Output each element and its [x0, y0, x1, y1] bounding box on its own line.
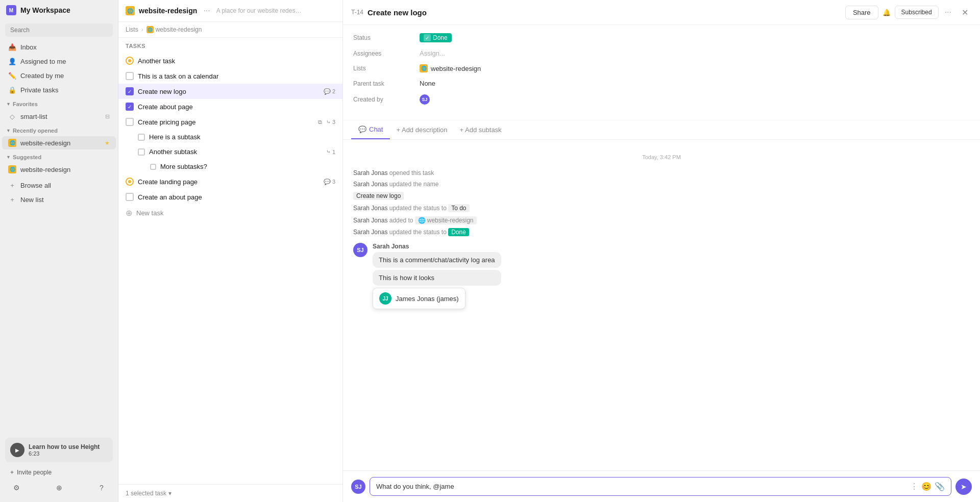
more-options-button[interactable]: ··· — [201, 5, 212, 16]
sidebar: M My Workspace 📥 Inbox 👤 Assigned to me … — [0, 0, 118, 502]
suggested-label: Suggested — [13, 154, 41, 160]
chevron-icon: ▼ — [6, 102, 11, 107]
breadcrumb-separator: › — [141, 26, 143, 33]
task-checkbox-unchecked[interactable] — [126, 72, 134, 80]
task-checkbox-inprogress[interactable] — [126, 57, 134, 65]
sidebar-item-website-redesign-recent[interactable]: 🌐 website-redesign ★ — [2, 136, 116, 149]
activity-line: Sarah Jonas opened this task — [353, 168, 970, 178]
task-checkbox-inprogress[interactable] — [126, 178, 134, 186]
browse-all-button[interactable]: + Browse all — [2, 179, 116, 192]
task-name: Create an about page — [138, 193, 335, 201]
task-row-subtask[interactable]: Another subtask ⤷ 1 — [118, 144, 342, 159]
task-row[interactable]: Another task — [118, 53, 342, 68]
task-row[interactable]: Create landing page 💬 3 — [118, 174, 342, 189]
plus-icon: ⊕ — [126, 208, 132, 218]
breadcrumb-project[interactable]: 🌐 website-redesign — [146, 26, 202, 33]
send-button[interactable]: ➤ — [955, 479, 972, 495]
emoji-button[interactable]: 😊 — [921, 482, 932, 491]
workspace-header[interactable]: M My Workspace — [0, 0, 118, 20]
settings-button[interactable]: ⚙ — [9, 481, 23, 495]
status-value[interactable]: ✓ Done — [420, 33, 452, 42]
sender-avatar: SJ — [351, 480, 365, 494]
add-description-button[interactable]: + Add description — [390, 120, 453, 139]
add-subtask-button[interactable]: + Add subtask — [454, 120, 508, 139]
search-input[interactable] — [5, 23, 113, 37]
breadcrumb-project-label: website-redesign — [156, 26, 202, 33]
task-row-create-new-logo[interactable]: ✓ Create new logo 💬 2 — [118, 84, 342, 99]
task-checkbox-unchecked[interactable] — [138, 134, 145, 141]
mention-avatar: JJ — [379, 292, 391, 305]
sidebar-item-inbox[interactable]: 📥 Inbox — [2, 40, 116, 54]
sidebar-item-label: Assigned to me — [20, 58, 66, 65]
task-name: Create landing page — [138, 178, 320, 186]
attachment-button[interactable]: 📎 — [935, 482, 945, 491]
task-row[interactable]: ✓ Create about page — [118, 99, 342, 114]
task-checkbox-unchecked[interactable] — [126, 193, 134, 201]
breadcrumb-lists[interactable]: Lists — [126, 26, 138, 33]
copy-icon: ⧉ — [318, 119, 322, 126]
bell-icon[interactable]: 🔔 — [883, 9, 891, 16]
task-checkbox-unchecked[interactable] — [150, 164, 156, 170]
new-task-label: New task — [136, 209, 163, 217]
suggested-section[interactable]: ▼ Suggested — [0, 150, 118, 162]
mention-popup[interactable]: JJ James Jonas (james) — [373, 288, 465, 309]
task-checkbox-checked[interactable]: ✓ — [126, 103, 134, 111]
chat-icon: 💬 — [324, 88, 331, 95]
chat-tab[interactable]: 💬 Chat — [351, 120, 390, 139]
add-button[interactable]: ⊕ — [52, 481, 66, 495]
middle-panel: 🌐 website-redesign ··· A place for our w… — [118, 0, 343, 502]
chat-input-area: SJ ⋮ 😊 📎 ➤ — [343, 470, 980, 502]
sidebar-item-assigned[interactable]: 👤 Assigned to me — [2, 55, 116, 68]
new-list-button[interactable]: + New list — [2, 193, 116, 206]
recently-opened-section[interactable]: ▼ Recently opened — [0, 123, 118, 136]
sidebar-item-label: website-redesign — [20, 166, 70, 173]
selected-count-bar[interactable]: 1 selected task ▾ — [118, 484, 342, 502]
chevron-icon: ▼ — [6, 128, 11, 133]
task-row[interactable]: This is a task on a calendar — [118, 68, 342, 84]
sidebar-item-created[interactable]: ✏️ Created by me — [2, 69, 116, 82]
lists-value[interactable]: 🌐 website-redesign — [420, 64, 481, 72]
subscribed-label: Subscribed — [901, 9, 932, 16]
task-checkbox-checked[interactable]: ✓ — [126, 87, 134, 95]
subtask-icon: ⤷ — [326, 148, 331, 155]
parent-task-label: Parent task — [353, 80, 420, 87]
more-options-button[interactable]: ··· — [943, 7, 953, 18]
parent-task-value[interactable]: None — [420, 80, 435, 87]
task-row-subtask2[interactable]: More subtasks? — [118, 159, 342, 174]
plus-icon: + — [10, 469, 14, 476]
task-name: This is a task on a calendar — [138, 72, 335, 80]
invite-people-button[interactable]: + Invite people — [5, 466, 113, 479]
help-button[interactable]: ? — [94, 481, 109, 495]
task-row[interactable]: Create pricing page ⧉ ⤷ 3 — [118, 114, 342, 130]
workspace-name: My Workspace — [20, 6, 70, 14]
learn-how-title: Learn how to use Height — [29, 443, 100, 450]
chat-input[interactable] — [376, 483, 907, 490]
star-icon: ★ — [105, 140, 110, 146]
done-badge: Done — [448, 228, 469, 236]
new-list-label: New list — [20, 196, 44, 204]
list-icon: 🌐 — [420, 64, 428, 72]
lock-icon: 🔒 — [8, 86, 16, 94]
assignees-value[interactable]: Assign... — [420, 49, 445, 57]
sidebar-item-smartlist[interactable]: ◇ smart-list ⊟ — [2, 110, 116, 123]
share-button[interactable]: Share — [845, 6, 878, 19]
learn-how-box[interactable]: ▶ Learn how to use Height 6:23 — [5, 438, 113, 462]
avatar: SJ — [420, 94, 430, 105]
avatar: SJ — [353, 243, 368, 257]
close-button[interactable]: ✕ — [958, 5, 972, 19]
subscribed-button[interactable]: Subscribed — [895, 6, 939, 19]
status-done-badge[interactable]: ✓ Done — [420, 33, 452, 42]
new-task-button[interactable]: ⊕ New task — [118, 205, 342, 221]
sidebar-item-website-redesign-suggested[interactable]: 🌐 website-redesign — [2, 163, 116, 176]
sidebar-item-private[interactable]: 🔒 Private tasks — [2, 83, 116, 96]
task-row[interactable]: Create an about page — [118, 189, 342, 205]
status-text: Done — [433, 34, 448, 41]
more-input-options-button[interactable]: ⋮ — [910, 482, 918, 491]
task-checkbox-unchecked[interactable] — [126, 118, 134, 126]
chevron-icon: ▼ — [6, 155, 11, 160]
task-row-subtask[interactable]: Here is a subtask — [118, 130, 342, 144]
selected-count: 1 selected task — [126, 490, 166, 497]
favorites-section[interactable]: ▼ Favorites — [0, 97, 118, 109]
task-checkbox-unchecked[interactable] — [138, 148, 145, 156]
add-subtask-label: + Add subtask — [460, 126, 502, 134]
